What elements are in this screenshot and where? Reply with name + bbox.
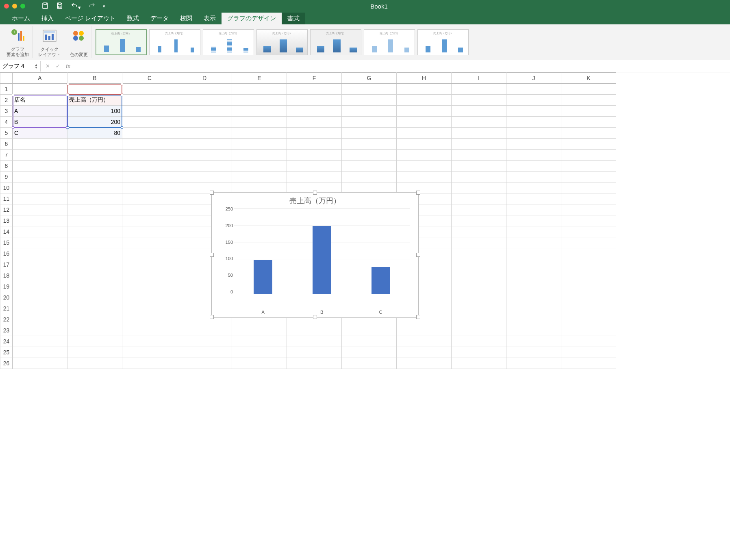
accept-formula-icon[interactable]: ✓ <box>56 63 60 69</box>
cell[interactable] <box>122 292 177 303</box>
cell[interactable] <box>452 314 506 325</box>
cell[interactable] <box>561 270 616 281</box>
chart-bar[interactable] <box>254 260 272 294</box>
cell[interactable] <box>397 150 452 161</box>
cell[interactable] <box>342 139 397 150</box>
row-header[interactable]: 4 <box>0 117 13 128</box>
cell[interactable] <box>67 347 122 358</box>
cell[interactable] <box>397 336 452 347</box>
select-all-corner[interactable] <box>0 73 13 84</box>
cell[interactable] <box>287 171 342 182</box>
cell[interactable] <box>287 139 342 150</box>
cell[interactable] <box>13 336 67 347</box>
cell[interactable] <box>452 347 506 358</box>
cell[interactable] <box>122 248 177 259</box>
cell[interactable] <box>287 161 342 171</box>
cell[interactable] <box>177 358 232 369</box>
chart-style-3[interactable]: 売上高（万円） <box>203 29 254 55</box>
chart-style-6[interactable]: 売上高（万円） <box>364 29 415 55</box>
chart-style-4[interactable]: 売上高（万円） <box>256 29 308 55</box>
cell[interactable] <box>506 182 561 193</box>
cell[interactable] <box>122 117 177 128</box>
cell[interactable] <box>561 204 616 215</box>
cell[interactable] <box>13 292 67 303</box>
row-header[interactable]: 20 <box>0 292 13 303</box>
cell[interactable] <box>67 139 122 150</box>
cell[interactable] <box>67 248 122 259</box>
cell[interactable] <box>67 259 122 270</box>
cell[interactable] <box>13 204 67 215</box>
redo-icon[interactable] <box>88 2 96 11</box>
cell[interactable] <box>506 226 561 237</box>
chart-bar[interactable] <box>313 226 331 294</box>
cell[interactable] <box>506 259 561 270</box>
cell[interactable] <box>13 314 67 325</box>
cell[interactable] <box>232 95 287 106</box>
cell[interactable] <box>397 171 452 182</box>
cell[interactable] <box>506 204 561 215</box>
cell[interactable] <box>177 336 232 347</box>
cell[interactable] <box>67 84 122 95</box>
cell[interactable] <box>561 193 616 204</box>
cell[interactable] <box>397 106 452 117</box>
tab-format[interactable]: 書式 <box>282 13 305 24</box>
column-header[interactable]: D <box>177 73 232 84</box>
row-header[interactable]: 3 <box>0 106 13 117</box>
cell[interactable] <box>67 336 122 347</box>
cell[interactable] <box>561 347 616 358</box>
cell[interactable] <box>452 281 506 292</box>
row-header[interactable]: 16 <box>0 248 13 259</box>
cell[interactable] <box>342 106 397 117</box>
cell[interactable]: 200 <box>67 117 122 128</box>
cell[interactable] <box>452 303 506 314</box>
cell[interactable] <box>287 358 342 369</box>
cell[interactable] <box>287 347 342 358</box>
column-header[interactable]: J <box>506 73 561 84</box>
cell[interactable] <box>67 226 122 237</box>
row-header[interactable]: 19 <box>0 281 13 292</box>
cell[interactable] <box>287 336 342 347</box>
cell[interactable] <box>561 161 616 171</box>
cell[interactable] <box>13 358 67 369</box>
row-header[interactable]: 14 <box>0 226 13 237</box>
cell[interactable] <box>342 347 397 358</box>
row-header[interactable]: 2 <box>0 95 13 106</box>
cell[interactable] <box>561 128 616 139</box>
cell[interactable] <box>122 171 177 182</box>
cell[interactable] <box>452 150 506 161</box>
cell[interactable] <box>67 314 122 325</box>
cell[interactable] <box>342 95 397 106</box>
name-box[interactable]: グラフ 4 ▲▼ <box>0 61 41 72</box>
autosave-icon[interactable] <box>41 2 49 11</box>
cell[interactable] <box>13 347 67 358</box>
cancel-formula-icon[interactable]: ✕ <box>46 63 50 69</box>
cell[interactable] <box>506 292 561 303</box>
cell[interactable] <box>452 117 506 128</box>
cell[interactable] <box>287 325 342 336</box>
cell[interactable] <box>67 237 122 248</box>
cell[interactable] <box>561 182 616 193</box>
worksheet-grid[interactable]: ABCDEFGHIJK 12店名売上高（万円）3A1004B2005C80678… <box>0 72 730 560</box>
cell[interactable]: 売上高（万円） <box>67 95 122 106</box>
cell[interactable] <box>122 270 177 281</box>
column-header[interactable]: A <box>13 73 67 84</box>
cell[interactable] <box>13 150 67 161</box>
cell[interactable] <box>232 106 287 117</box>
cell[interactable] <box>177 182 232 193</box>
cell[interactable] <box>122 281 177 292</box>
cell[interactable] <box>122 358 177 369</box>
cell[interactable]: A <box>13 106 67 117</box>
cell[interactable] <box>561 336 616 347</box>
cell[interactable] <box>561 292 616 303</box>
column-header[interactable]: G <box>342 73 397 84</box>
chart-style-1[interactable]: 売上高（万円） <box>96 29 147 55</box>
cell[interactable] <box>67 281 122 292</box>
column-header[interactable]: B <box>67 73 122 84</box>
row-header[interactable]: 15 <box>0 237 13 248</box>
cell[interactable] <box>452 193 506 204</box>
cell[interactable] <box>342 117 397 128</box>
cell[interactable] <box>452 106 506 117</box>
cell[interactable] <box>232 161 287 171</box>
cell[interactable] <box>452 336 506 347</box>
cell[interactable] <box>177 117 232 128</box>
